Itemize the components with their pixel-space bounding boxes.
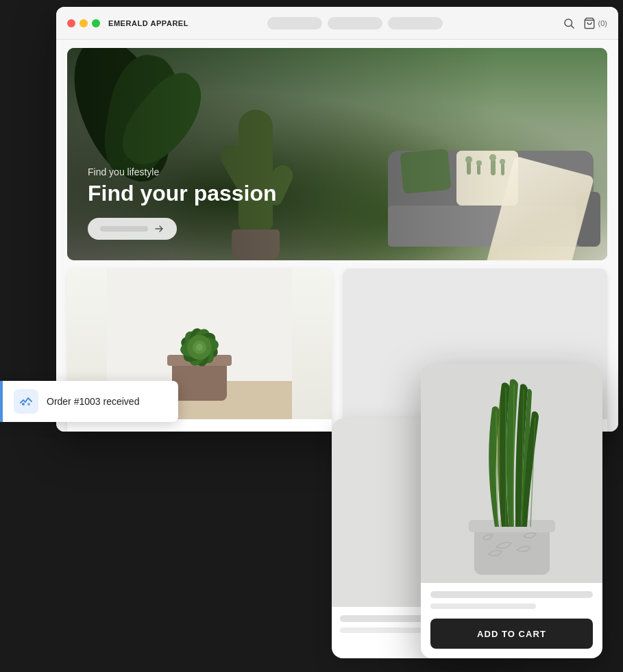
notification-icon bbox=[14, 389, 38, 414]
hero-title: Find your passion bbox=[88, 182, 277, 206]
snake-plant-svg bbox=[421, 364, 602, 583]
svg-point-27 bbox=[196, 344, 203, 351]
arrow-right-icon bbox=[154, 223, 164, 234]
mobile-card-image bbox=[421, 364, 602, 583]
maximize-button[interactable] bbox=[92, 19, 100, 27]
svg-line-1 bbox=[571, 25, 574, 28]
mobile-card-body: ADD TO CART bbox=[421, 583, 602, 658]
minimize-button[interactable] bbox=[80, 19, 88, 27]
hero-btn-text bbox=[100, 226, 148, 232]
browser-icons: (0) bbox=[563, 17, 607, 29]
close-button[interactable] bbox=[67, 19, 75, 27]
svg-point-0 bbox=[565, 19, 572, 27]
cart-icon-group[interactable]: (0) bbox=[583, 17, 607, 29]
hero-subtitle: Find you lifestyle bbox=[88, 166, 277, 177]
hero-banner: Find you lifestyle Find your passion bbox=[67, 48, 607, 260]
browser-dots bbox=[67, 19, 100, 27]
cart-icon bbox=[583, 17, 596, 29]
svg-rect-32 bbox=[474, 527, 550, 575]
mobile-product-card: ADD TO CART bbox=[421, 364, 602, 658]
card-subtitle-bar bbox=[430, 603, 536, 609]
svg-line-35 bbox=[513, 384, 514, 527]
hero-cta-button[interactable] bbox=[88, 218, 177, 240]
nav-pill-3[interactable] bbox=[388, 17, 443, 29]
order-notification: Order #1003 received bbox=[0, 381, 178, 422]
search-icon[interactable] bbox=[563, 17, 575, 29]
nav-pill-1[interactable] bbox=[267, 17, 322, 29]
site-logo: EMERALD APPAREL bbox=[108, 19, 188, 27]
svg-rect-15 bbox=[172, 361, 227, 401]
svg-point-29 bbox=[27, 403, 30, 406]
notification-text: Order #1003 received bbox=[47, 396, 139, 407]
svg-point-28 bbox=[22, 403, 25, 406]
hero-text: Find you lifestyle Find your passion bbox=[88, 166, 277, 206]
cart-count: (0) bbox=[598, 19, 607, 27]
nav-pill-2[interactable] bbox=[328, 17, 382, 29]
nav-pills bbox=[267, 17, 443, 29]
activity-icon bbox=[19, 395, 33, 408]
card-title-bar bbox=[430, 591, 593, 598]
add-to-cart-button[interactable]: ADD TO CART bbox=[430, 619, 593, 649]
browser-toolbar: EMERALD APPAREL (0) bbox=[56, 7, 618, 40]
snake-plant-illustration bbox=[421, 364, 602, 583]
